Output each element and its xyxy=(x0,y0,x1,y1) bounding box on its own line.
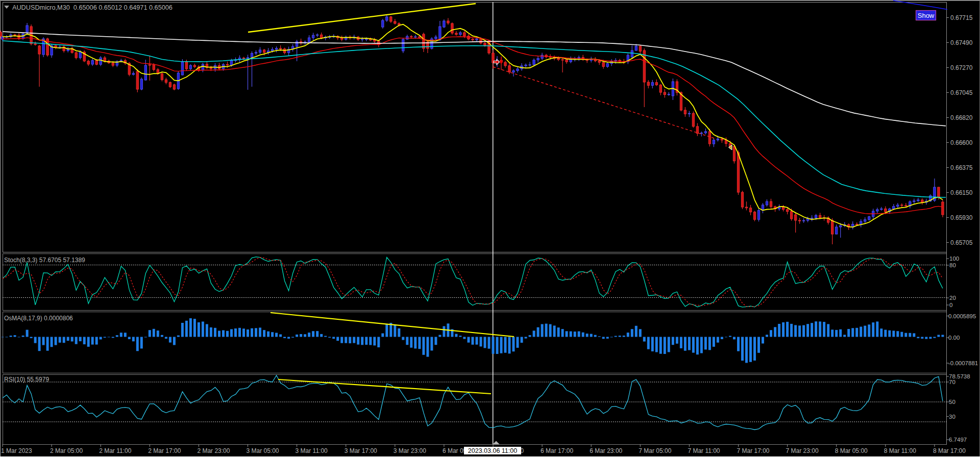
svg-text:0.67270: 0.67270 xyxy=(950,64,973,71)
svg-text:2 Mar 23:00: 2 Mar 23:00 xyxy=(197,447,230,454)
svg-text:50: 50 xyxy=(949,399,955,405)
svg-text:8 Mar 17:00: 8 Mar 17:00 xyxy=(933,447,966,454)
svg-text:0.00: 0.00 xyxy=(948,335,960,341)
svg-text:6 Mar 17:00: 6 Mar 17:00 xyxy=(541,447,573,454)
svg-text:0.67715: 0.67715 xyxy=(950,14,973,21)
svg-text:AUDUSDmicro,M30 0.65006 0.650: AUDUSDmicro,M30 0.65006 0.65012 0.64971 … xyxy=(12,4,173,11)
svg-text:0.66150: 0.66150 xyxy=(950,189,973,196)
svg-text:8 Mar 11:00: 8 Mar 11:00 xyxy=(884,447,916,454)
svg-text:7 Mar 23:00: 7 Mar 23:00 xyxy=(786,447,819,454)
svg-text:80: 80 xyxy=(949,262,956,268)
svg-text:-0.0007881: -0.0007881 xyxy=(948,360,978,366)
svg-text:2 Mar 05:00: 2 Mar 05:00 xyxy=(50,447,83,454)
svg-text:0.67045: 0.67045 xyxy=(950,89,973,96)
svg-text:7 Mar 05:00: 7 Mar 05:00 xyxy=(639,447,671,454)
svg-text:6 Mar 23:00: 6 Mar 23:00 xyxy=(590,447,622,454)
svg-text:2 Mar 17:00: 2 Mar 17:00 xyxy=(148,447,181,454)
svg-text:0.66820: 0.66820 xyxy=(950,114,973,121)
svg-text:2023.03.06 11:00: 2023.03.06 11:00 xyxy=(468,447,517,454)
svg-text:0.65705: 0.65705 xyxy=(950,239,973,246)
svg-text:20: 20 xyxy=(949,295,956,301)
svg-text:70: 70 xyxy=(949,379,955,385)
svg-text:0.66375: 0.66375 xyxy=(950,164,973,171)
svg-text:Stoch(8,3,3) 57.6705 57.1389: Stoch(8,3,3) 57.6705 57.1389 xyxy=(4,257,85,264)
svg-text:1 Mar 2023: 1 Mar 2023 xyxy=(1,447,32,454)
svg-text:0: 0 xyxy=(949,302,952,308)
svg-text:6.7497: 6.7497 xyxy=(949,437,967,443)
svg-text:0.65930: 0.65930 xyxy=(950,214,973,221)
svg-text:100: 100 xyxy=(949,256,959,262)
svg-text:0.66600: 0.66600 xyxy=(950,139,973,146)
svg-text:0.67490: 0.67490 xyxy=(950,39,973,46)
svg-text:Show: Show xyxy=(918,12,935,19)
svg-text:3 Mar 17:00: 3 Mar 17:00 xyxy=(345,447,377,454)
svg-text:2 Mar 11:00: 2 Mar 11:00 xyxy=(99,447,131,454)
svg-text:7 Mar 17:00: 7 Mar 17:00 xyxy=(737,447,770,454)
svg-text:30: 30 xyxy=(949,414,955,420)
svg-text:3 Mar 05:00: 3 Mar 05:00 xyxy=(247,447,279,454)
svg-text:8 Mar 05:00: 8 Mar 05:00 xyxy=(835,447,868,454)
svg-text:OsMA(8,17,9) 0.0000806: OsMA(8,17,9) 0.0000806 xyxy=(4,315,73,322)
svg-text:0.0005895: 0.0005895 xyxy=(948,313,976,319)
svg-text:7 Mar 11:00: 7 Mar 11:00 xyxy=(688,447,720,454)
svg-text:3 Mar 23:00: 3 Mar 23:00 xyxy=(394,447,426,454)
svg-text:3 Mar 11:00: 3 Mar 11:00 xyxy=(296,447,328,454)
svg-text:RSI(10) 55.5979: RSI(10) 55.5979 xyxy=(4,376,49,383)
